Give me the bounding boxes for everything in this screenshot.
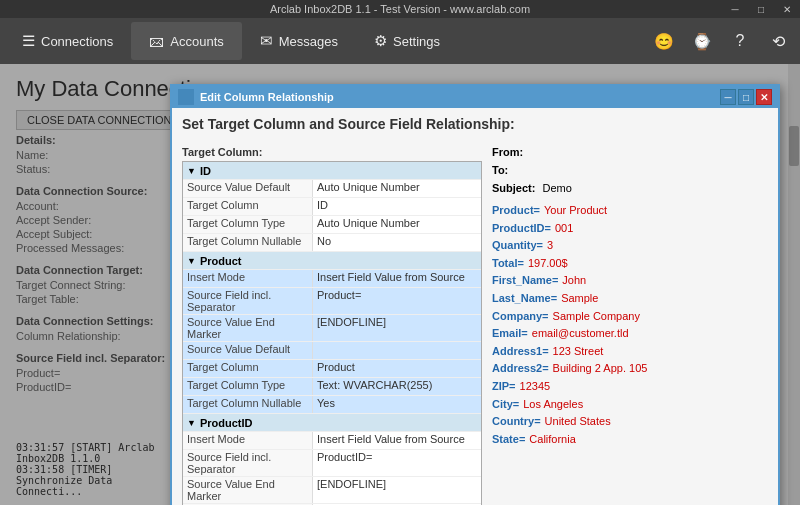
table-row[interactable]: Target Column Type Text: WVARCHAR(255) — [183, 378, 481, 396]
nav-messages-label: Messages — [279, 34, 338, 49]
email-val: Los Angeles — [523, 396, 583, 414]
nav-connections-label: Connections — [41, 34, 113, 49]
row-val — [313, 342, 481, 359]
row-key: Source Field incl. Separator — [183, 288, 313, 314]
nav-accounts-label: Accounts — [170, 34, 223, 49]
titlebar-controls: ─ □ ✕ — [722, 0, 800, 18]
table-row[interactable]: Source Value Default — [183, 342, 481, 360]
row-val: Text: WVARCHAR(255) — [313, 378, 481, 395]
modal-right-panel: From: To: Subject: Demo Product= Your Pr… — [492, 146, 768, 505]
table-row: Source Value End Marker [ENDOFLINE] — [183, 477, 481, 504]
row-val: Product= — [313, 288, 481, 314]
email-line: Product= Your Product — [492, 202, 768, 220]
nav-connections[interactable]: ☰ Connections — [4, 22, 131, 60]
email-key: Product= — [492, 202, 540, 220]
titlebar-title: Arclab Inbox2DB 1.1 - Test Version - www… — [270, 3, 530, 15]
nav-right-buttons: 😊 ⌚ ? ⟲ — [646, 23, 796, 59]
row-val: Yes — [313, 396, 481, 413]
section-product[interactable]: ▼ Product — [183, 252, 481, 270]
email-line: Address2= Building 2 App. 105 — [492, 360, 768, 378]
row-val: Auto Unique Number — [313, 180, 481, 197]
email-val: 12345 — [520, 378, 551, 396]
modal-body: Target Column: ▼ ID Source Value Default… — [172, 136, 778, 505]
subject-value: Demo — [542, 182, 571, 194]
row-key: Target Column Nullable — [183, 234, 313, 251]
row-key: Target Column Nullable — [183, 396, 313, 413]
table-row[interactable]: Source Field incl. Separator Product= — [183, 288, 481, 315]
email-val: 197.00$ — [528, 255, 568, 273]
help-icon-button[interactable]: ? — [722, 23, 758, 59]
refresh-icon-button[interactable]: ⟲ — [760, 23, 796, 59]
row-key: Source Value End Marker — [183, 315, 313, 341]
to-section: To: — [492, 164, 768, 176]
email-val: 3 — [547, 237, 553, 255]
modal-left-panel: Target Column: ▼ ID Source Value Default… — [182, 146, 482, 505]
table-row: Target Column Type Auto Unique Number — [183, 216, 481, 234]
clock-icon-button[interactable]: ⌚ — [684, 23, 720, 59]
row-key: Target Column — [183, 360, 313, 377]
minimize-button[interactable]: ─ — [722, 0, 748, 18]
email-key: Email= — [492, 325, 528, 343]
email-line: Address1= 123 Street — [492, 343, 768, 361]
email-line: Total= 197.00$ — [492, 255, 768, 273]
email-key: First_Name= — [492, 272, 558, 290]
table-row: Insert Mode Insert Field Value from Sour… — [183, 432, 481, 450]
email-val: 001 — [555, 220, 573, 238]
modal-dialog: Edit Column Relationship ─ □ ✕ Set Targe… — [170, 84, 780, 505]
modal-close-button[interactable]: ✕ — [756, 89, 772, 105]
email-line: Country= United States — [492, 413, 768, 431]
user-icon-button[interactable]: 😊 — [646, 23, 682, 59]
section-productid-label: ProductID — [200, 417, 253, 429]
email-val: email@customer.tld — [532, 325, 629, 343]
row-val: [ENDOFLINE] — [313, 315, 481, 341]
table-row: Source Field incl. Separator ProductID= — [183, 450, 481, 477]
expand-product-icon: ▼ — [187, 256, 196, 266]
modal-maximize-button[interactable]: □ — [738, 89, 754, 105]
modal-title-text: Edit Column Relationship — [200, 91, 334, 103]
connections-icon: ☰ — [22, 32, 35, 50]
email-val: Sample — [561, 290, 598, 308]
nav-messages[interactable]: ✉ Messages — [242, 22, 356, 60]
email-line: First_Name= John — [492, 272, 768, 290]
maximize-button[interactable]: □ — [748, 0, 774, 18]
close-window-button[interactable]: ✕ — [774, 0, 800, 18]
email-val: Sample Company — [553, 308, 640, 326]
email-key: Address2= — [492, 360, 549, 378]
table-row: Source Value Default Auto Unique Number — [183, 180, 481, 198]
email-line: City= Los Angeles — [492, 396, 768, 414]
email-key: Quantity= — [492, 237, 543, 255]
email-key: Last_Name= — [492, 290, 557, 308]
email-val: Building 2 App. 105 — [553, 360, 648, 378]
email-line: ZIP= 12345 — [492, 378, 768, 396]
table-row[interactable]: Insert Mode Insert Field Value from Sour… — [183, 270, 481, 288]
table-row[interactable]: Source Value End Marker [ENDOFLINE] — [183, 315, 481, 342]
table-row[interactable]: Target Column Nullable Yes — [183, 396, 481, 414]
settings-icon: ⚙ — [374, 32, 387, 50]
from-label: From: — [492, 146, 523, 158]
email-key: Company= — [492, 308, 549, 326]
row-val: [ENDOFLINE] — [313, 477, 481, 503]
email-val: California — [529, 431, 575, 449]
modal-overlay: Edit Column Relationship ─ □ ✕ Set Targe… — [0, 64, 800, 505]
section-id[interactable]: ▼ ID — [183, 162, 481, 180]
row-key: Target Column Type — [183, 378, 313, 395]
section-productid[interactable]: ▼ ProductID — [183, 414, 481, 432]
nav-settings[interactable]: ⚙ Settings — [356, 22, 458, 60]
messages-icon: ✉ — [260, 32, 273, 50]
section-product-label: Product — [200, 255, 242, 267]
email-val: United States — [545, 413, 611, 431]
expand-id-icon: ▼ — [187, 166, 196, 176]
nav-accounts[interactable]: 🖂 Accounts — [131, 22, 241, 60]
email-val: John — [562, 272, 586, 290]
email-val: 123 Street — [553, 343, 604, 361]
email-key: Country= — [492, 413, 541, 431]
main-content: My Data Connection CLOSE DATA CONNECTION… — [0, 64, 800, 505]
expand-productid-icon: ▼ — [187, 418, 196, 428]
row-val: Insert Field Value from Source — [313, 270, 481, 287]
modal-minimize-button[interactable]: ─ — [720, 89, 736, 105]
email-preview: Product= Your Product ProductID= 001 Qua… — [492, 202, 768, 448]
email-line: Quantity= 3 — [492, 237, 768, 255]
table-row[interactable]: Target Column Product — [183, 360, 481, 378]
row-val: Insert Field Value from Source — [313, 432, 481, 449]
column-table[interactable]: ▼ ID Source Value Default Auto Unique Nu… — [182, 161, 482, 505]
